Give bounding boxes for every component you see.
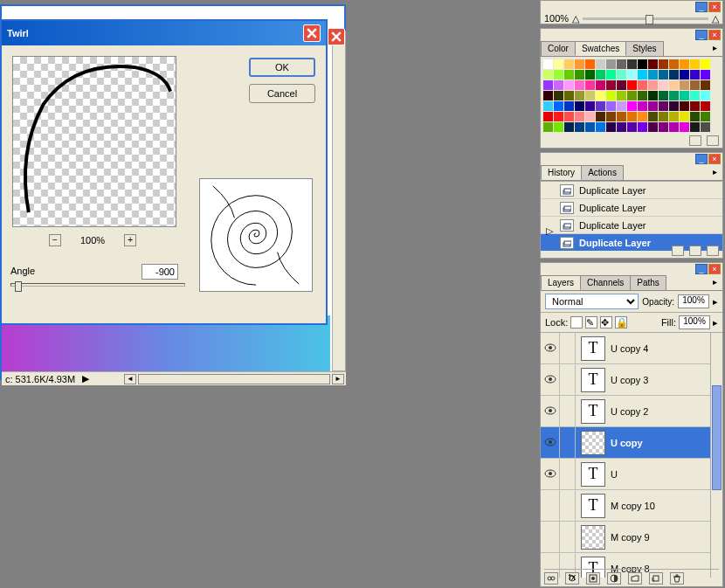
swatch[interactable] [669,70,679,80]
swatch[interactable] [701,101,710,111]
swatch[interactable] [659,101,668,111]
zoom-in-button[interactable]: + [124,234,136,246]
swatch[interactable] [648,59,658,69]
swatch[interactable] [554,59,563,69]
link-column[interactable] [560,427,576,458]
adjustment-layer-button[interactable] [607,572,621,585]
swatch[interactable] [543,80,553,90]
swatch[interactable] [627,112,637,121]
visibility-toggle[interactable] [541,427,560,458]
swatch[interactable] [680,80,689,90]
visibility-toggle[interactable] [541,333,560,363]
new-snapshot-button[interactable] [672,246,684,256]
swatch[interactable] [648,101,658,111]
zoom-out-button[interactable]: − [49,234,61,246]
swatch[interactable] [680,59,689,69]
link-column[interactable] [560,459,576,489]
swatch[interactable] [680,122,689,132]
swatch[interactable] [617,91,626,100]
new-document-button[interactable] [689,246,701,256]
layer-mask-button[interactable] [586,572,600,585]
panel-menu-icon[interactable]: ▸ [707,165,723,180]
swatch[interactable] [680,112,689,121]
swatch[interactable] [543,91,553,100]
delete-swatch-button[interactable] [707,135,719,146]
link-column[interactable] [560,364,576,395]
swatch[interactable] [638,59,647,69]
nav-zoom-slider[interactable] [583,17,708,20]
swatch[interactable] [690,70,700,80]
swatch[interactable] [564,80,574,90]
effect-preview[interactable] [12,56,176,227]
swatch[interactable] [575,112,584,121]
tab-layers[interactable]: Layers [541,275,581,290]
swatch[interactable] [606,122,616,132]
visibility-toggle[interactable] [541,364,560,395]
swatch[interactable] [659,70,668,80]
swatch[interactable] [596,59,605,69]
swatch[interactable] [659,112,668,121]
visibility-toggle[interactable] [541,522,560,552]
swatch[interactable] [701,91,710,100]
slider-thumb[interactable] [15,281,22,292]
layer-style-button[interactable]: fx [565,572,579,585]
swatch[interactable] [617,70,626,80]
swatch[interactable] [648,70,658,80]
swatch[interactable] [596,80,605,90]
swatch[interactable] [659,122,668,132]
swatch[interactable] [659,91,668,100]
swatch[interactable] [564,112,574,121]
swatch[interactable] [617,122,626,132]
swatch[interactable] [596,122,605,132]
blend-mode-select[interactable]: Normal [545,294,639,309]
visibility-toggle[interactable] [541,459,560,489]
swatch[interactable] [659,59,668,69]
swatch[interactable] [669,101,679,111]
swatch[interactable] [669,112,679,121]
link-column[interactable] [560,490,576,521]
swatch[interactable] [585,112,595,121]
layer-item[interactable]: U copy [541,427,722,459]
swatch[interactable] [554,91,563,100]
lock-transparency-button[interactable] [570,316,583,329]
swatch[interactable] [648,112,658,121]
new-swatch-button[interactable] [689,135,701,146]
swatch[interactable] [575,91,584,100]
swatch[interactable] [617,112,626,121]
angle-input[interactable] [142,264,178,280]
visibility-toggle[interactable] [541,396,560,426]
swatch[interactable] [606,91,616,100]
swatch[interactable] [669,59,679,69]
swatch[interactable] [690,59,700,69]
swatch[interactable] [596,112,605,121]
swatch[interactable] [575,122,584,132]
layer-item[interactable]: TU copy 3 [541,364,722,396]
swatch[interactable] [627,101,637,111]
swatch[interactable] [606,101,616,111]
scrollbar-thumb[interactable] [712,385,722,490]
swatch[interactable] [585,101,595,111]
history-item[interactable]: Duplicate Layer [541,199,722,217]
swatch[interactable] [554,122,563,132]
new-layer-button[interactable] [649,572,663,585]
lock-pixels-button[interactable]: ✎ [585,316,597,329]
tab-history[interactable]: History [541,165,582,180]
layer-item[interactable]: TU [541,459,722,490]
dialog-close-button[interactable] [303,24,321,42]
swatch[interactable] [648,80,658,90]
scroll-right-button[interactable]: ► [332,374,344,384]
swatch[interactable] [564,59,574,69]
nav-zoom-out-icon[interactable]: △ [572,13,579,24]
panel-minimize-button[interactable]: _ [695,30,708,40]
angle-slider[interactable] [10,283,185,287]
swatch[interactable] [585,91,595,100]
swatch[interactable] [638,80,647,90]
panel-close-button[interactable]: × [708,264,721,274]
swatch[interactable] [669,91,679,100]
swatch[interactable] [606,59,616,69]
swatch[interactable] [543,101,553,111]
link-column[interactable] [560,522,576,552]
history-brush-icon[interactable]: ▷ [546,225,553,237]
lock-position-button[interactable]: ✥ [600,316,612,329]
cancel-button[interactable]: Cancel [249,84,315,103]
